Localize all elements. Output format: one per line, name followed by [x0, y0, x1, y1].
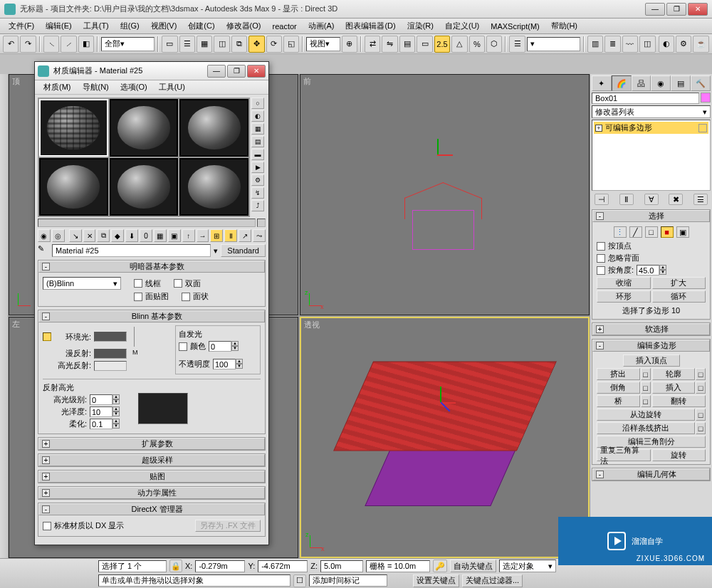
reset-button[interactable]: ✕ [83, 229, 96, 242]
bevel-settings-button[interactable]: □ [641, 382, 651, 394]
insert-vertex-button[interactable]: 插入顶点 [623, 355, 680, 367]
go-parent-button[interactable]: ↑ [182, 229, 195, 242]
select-button[interactable]: ▭ [162, 36, 177, 53]
backlight-button[interactable]: ◐ [251, 110, 264, 122]
bind-button[interactable]: ◧ [78, 36, 94, 53]
rollout-dyn[interactable]: +动力学属性 [38, 487, 265, 499]
by-vertex-check[interactable] [597, 242, 605, 251]
mat-id-button[interactable]: 0 [140, 229, 152, 242]
link-button[interactable]: ⟍ [43, 36, 59, 53]
show-map-button[interactable]: ▦ [154, 229, 167, 242]
opacity-map-button[interactable] [246, 359, 256, 369]
wire-check[interactable] [134, 279, 142, 288]
background-button[interactable]: ▦ [251, 123, 264, 135]
material-slot-2[interactable] [110, 99, 179, 157]
layers-button[interactable]: ≣ [604, 36, 620, 53]
select-by-mat-button[interactable]: ↯ [251, 187, 264, 199]
rollout-ext[interactable]: +扩展参数 [38, 438, 265, 450]
make-copy-button[interactable]: ⧉ [97, 229, 110, 242]
setkey-button[interactable]: 设置关键点 [413, 574, 459, 587]
gloss-map-button[interactable] [122, 407, 132, 417]
menu-maxscript[interactable]: MAXScript(M) [485, 21, 545, 32]
flip-button[interactable]: 翻转 [652, 395, 706, 407]
matdlg-close-button[interactable]: ✕ [247, 65, 266, 78]
make-preview-button[interactable]: ▶ [251, 162, 264, 173]
opacity-input[interactable] [213, 359, 236, 369]
render-button[interactable]: ☕ [693, 36, 708, 53]
select-invert-button[interactable]: ⇄ [365, 36, 380, 53]
schematic-button[interactable]: ◫ [639, 36, 655, 53]
autokey-button[interactable]: 自动关键点 [450, 560, 496, 572]
rollout-dx[interactable]: -DirectX 管理器 [38, 503, 265, 515]
rollout-shader-basic[interactable]: -明暗器基本参数 [38, 261, 265, 273]
menu-animation[interactable]: 动画(A) [303, 19, 340, 33]
slot-scrollbar-h[interactable] [38, 219, 256, 227]
material-slot-5[interactable] [110, 158, 179, 216]
named-sel-button[interactable]: ☰ [509, 36, 525, 53]
matdlg-menu-nav[interactable]: 导航(N) [77, 80, 115, 94]
material-slot-3[interactable] [179, 99, 248, 157]
y-coord[interactable]: -4.672m [258, 560, 308, 572]
go-sibling-button[interactable]: → [197, 229, 209, 242]
menu-modifiers[interactable]: 修改器(O) [221, 19, 267, 33]
select-filter-button[interactable]: ⧉ [231, 36, 247, 53]
rollout-super[interactable]: +超级采样 [38, 454, 265, 466]
loop-button[interactable]: 循环 [652, 290, 706, 303]
spec-level-input[interactable] [90, 394, 112, 405]
subobj-border[interactable]: □ [645, 226, 658, 238]
tab-create[interactable]: ✦ [592, 75, 612, 91]
move-button[interactable]: ✥ [248, 36, 264, 53]
matdlg-menu-material[interactable]: 材质(M) [38, 80, 77, 94]
menu-reactor[interactable]: reactor [267, 21, 303, 32]
ring-button[interactable]: 环形 [597, 290, 651, 303]
selfillum-map-button[interactable] [241, 342, 251, 352]
rollout-selection[interactable]: -选择 [592, 210, 710, 222]
viewport-perspective[interactable]: 透视 zx [300, 317, 590, 558]
material-name-input[interactable] [52, 244, 211, 257]
menu-graph[interactable]: 图表编辑器(D) [340, 19, 401, 33]
video-color-button[interactable]: ▬ [251, 149, 264, 160]
hinge-button[interactable]: 从边旋转 [597, 409, 695, 421]
maximize-button[interactable]: ❐ [666, 3, 686, 16]
snap-toggle-button[interactable]: △ [451, 36, 467, 53]
bridge-settings-button[interactable]: □ [641, 395, 651, 407]
tab-motion[interactable]: ◉ [651, 75, 671, 91]
remove-mod-button[interactable]: ✖ [669, 194, 683, 205]
ref-coord[interactable]: 视图 ▾ [306, 37, 340, 51]
extrude-settings-button[interactable]: □ [641, 368, 651, 380]
named-sel-set[interactable]: ▾ [527, 37, 580, 51]
material-slot-1[interactable] [39, 99, 108, 157]
ambient-swatch[interactable] [94, 332, 127, 342]
pick-button[interactable]: ↗ [239, 229, 251, 242]
options-button[interactable]: ⚙ [251, 174, 264, 186]
rollout-blinn[interactable]: -Blinn 基本参数 [38, 310, 265, 322]
spinner-snap-button[interactable]: ⬡ [486, 36, 502, 53]
tab-modify[interactable]: 🌈 [612, 75, 632, 91]
menu-file[interactable]: 文件(F) [3, 19, 40, 33]
window-crossing-button[interactable]: ◫ [214, 36, 229, 53]
lock-selection-button[interactable]: 🔒 [169, 560, 182, 572]
menu-views[interactable]: 视图(V) [145, 19, 183, 33]
menu-render[interactable]: 渲染(R) [402, 19, 439, 33]
rollout-editpoly[interactable]: -编辑多边形 [592, 340, 710, 352]
selection-filter[interactable]: 全部 ▾ [101, 37, 155, 51]
select-region-button[interactable]: ▦ [197, 36, 212, 53]
pick-mat-button[interactable]: ✎ [38, 244, 51, 257]
script-button[interactable]: ☐ [293, 574, 306, 587]
stack-toggle-icon[interactable] [698, 124, 707, 132]
rollout-editgeom[interactable]: -编辑几何体 [592, 468, 710, 481]
material-editor-button[interactable]: ◐ [659, 36, 674, 53]
outline-button[interactable]: 轮廓 [652, 368, 696, 380]
sample-type-button[interactable]: ○ [251, 98, 264, 109]
matdlg-titlebar[interactable]: 材质编辑器 - Material #25 — ❐ ✕ [35, 62, 268, 80]
redo-button[interactable]: ↷ [20, 36, 36, 53]
mirror-tool-button[interactable]: ▥ [587, 36, 603, 53]
stack-item-epoly[interactable]: + 可编辑多边形 [594, 122, 708, 134]
close-button[interactable]: ✕ [688, 3, 708, 16]
tab-utilities[interactable]: 🔨 [691, 75, 711, 91]
lock-ad-button[interactable] [43, 332, 51, 341]
faceted-check[interactable] [182, 293, 190, 301]
select-name-button[interactable]: ☰ [179, 36, 195, 53]
ignore-bf-check[interactable] [597, 254, 605, 263]
hinge-settings-button[interactable]: □ [696, 409, 706, 421]
